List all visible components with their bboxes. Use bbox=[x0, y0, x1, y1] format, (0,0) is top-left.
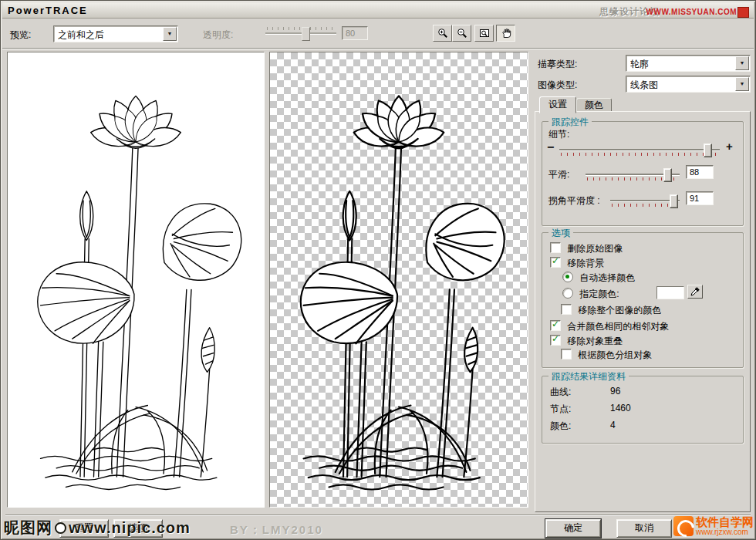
nodes-value: 1460 bbox=[610, 403, 631, 413]
chevron-down-icon[interactable] bbox=[735, 56, 749, 70]
corner-smoothness-value[interactable]: 91 bbox=[686, 191, 714, 205]
preview-original-pane[interactable] bbox=[7, 52, 265, 508]
slider-ticks bbox=[612, 204, 678, 207]
option-remove-background[interactable]: 移除背景 bbox=[550, 257, 604, 269]
zoom-out-button[interactable] bbox=[452, 25, 471, 42]
checkbox-icon[interactable] bbox=[561, 304, 572, 315]
slider-thumb[interactable] bbox=[663, 168, 672, 182]
curves-value: 96 bbox=[610, 386, 620, 397]
option-label: 删除原始图像 bbox=[567, 243, 623, 254]
watermark-rjzxw-name: 软件自学网 bbox=[696, 516, 754, 528]
radio-icon[interactable] bbox=[562, 288, 573, 299]
checkbox-checked-icon[interactable] bbox=[550, 320, 561, 331]
footer-separator bbox=[5, 515, 751, 516]
watermark-nipic-url: www.nipic.com bbox=[69, 519, 191, 536]
tab-settings[interactable]: 设置 bbox=[539, 96, 576, 113]
transparency-slider bbox=[265, 25, 336, 41]
watermark-nipic-name: 昵图网 bbox=[4, 519, 52, 536]
pan-tool-button[interactable] bbox=[496, 25, 515, 42]
watermark-nipic: 昵图网www.nipic.com bbox=[4, 518, 191, 538]
watermark-author: BY：LMY2010 bbox=[230, 523, 323, 538]
colors-value: 4 bbox=[610, 420, 616, 430]
window-title: PowerTRACE bbox=[8, 5, 88, 16]
option-merge-adjacent[interactable]: 合并颜色相同的相邻对象 bbox=[550, 320, 669, 332]
slider-thumb bbox=[302, 27, 310, 41]
missyuan-logo-icon bbox=[737, 7, 749, 18]
option-auto-color[interactable]: 自动选择颜色 bbox=[562, 272, 635, 284]
slider-thumb[interactable] bbox=[670, 194, 678, 208]
detail-plus[interactable]: + bbox=[726, 140, 733, 153]
option-delete-original[interactable]: 删除原始图像 bbox=[550, 242, 623, 255]
tracking-controls-title: 跟踪控件 bbox=[548, 116, 592, 129]
option-label: 指定颜色: bbox=[579, 289, 619, 299]
option-remove-overlap[interactable]: 移除对象重叠 bbox=[550, 335, 623, 347]
chevron-down-icon[interactable] bbox=[163, 27, 177, 41]
option-label: 移除整个图像的颜色 bbox=[578, 305, 661, 316]
eyedropper-button[interactable] bbox=[687, 285, 703, 299]
corner-smoothness-slider[interactable] bbox=[610, 193, 680, 208]
nipic-logo-icon bbox=[55, 522, 66, 534]
toolbar: 预览: 之前和之后 透明度: 80 bbox=[2, 19, 754, 49]
tracking-controls-group: 跟踪控件 细节: − + 平滑: 88 拐角平滑度 : 91 bbox=[542, 121, 744, 226]
hand-icon bbox=[501, 28, 511, 39]
ok-button[interactable]: 确定 bbox=[545, 519, 601, 538]
nodes-label: 节点: bbox=[550, 403, 571, 416]
checkbox-icon[interactable] bbox=[550, 242, 561, 253]
zoom-in-button[interactable] bbox=[433, 25, 452, 42]
trace-type-label: 描摹类型: bbox=[538, 58, 577, 71]
detail-minus[interactable]: − bbox=[547, 140, 554, 154]
rjzxw-logo-icon bbox=[673, 516, 694, 536]
corner-smoothness-label: 拐角平滑度 : bbox=[548, 194, 600, 208]
slider-thumb[interactable] bbox=[704, 143, 712, 157]
powertrace-dialog: PowerTRACE 思缘设计论坛 WWW.MISSYUAN.COM 预览: 之… bbox=[0, 0, 756, 540]
smoothing-slider[interactable] bbox=[586, 167, 680, 182]
detail-slider[interactable] bbox=[559, 142, 720, 157]
zoom-to-fit-button[interactable] bbox=[474, 25, 494, 42]
trace-type-value: 轮廓 bbox=[630, 58, 736, 71]
image-type-value: 线条图 bbox=[630, 79, 736, 92]
smoothing-label: 平滑: bbox=[548, 168, 569, 181]
slider-ticks bbox=[561, 153, 718, 156]
option-group-by-color[interactable]: 根据颜色分组对象 bbox=[561, 349, 652, 361]
colors-label: 颜色: bbox=[550, 420, 571, 433]
option-label: 合并颜色相同的相邻对象 bbox=[567, 321, 669, 332]
preview-traced-pane[interactable] bbox=[269, 52, 528, 508]
checkbox-icon[interactable] bbox=[561, 349, 572, 359]
titlebar: PowerTRACE 思缘设计论坛 WWW.MISSYUAN.COM bbox=[2, 2, 754, 19]
watermark-rjzxw-url: www.rjzxw.com bbox=[696, 528, 754, 536]
smoothing-value[interactable]: 88 bbox=[686, 165, 714, 179]
transparency-value: 80 bbox=[342, 26, 368, 40]
trace-results-group: 跟踪结果详细资料 曲线: 96 节点: 1460 颜色: 4 bbox=[542, 376, 744, 444]
slider-track bbox=[559, 149, 720, 151]
detail-label: 细节: bbox=[548, 128, 569, 141]
eyedropper-icon bbox=[690, 286, 700, 297]
option-specify-color[interactable]: 指定颜色: bbox=[562, 288, 619, 300]
checkbox-checked-icon[interactable] bbox=[550, 335, 561, 346]
option-label: 自动选择颜色 bbox=[579, 272, 635, 283]
image-type-label: 图像类型: bbox=[538, 79, 577, 92]
preview-label: 预览: bbox=[10, 29, 31, 42]
specified-color-swatch[interactable] bbox=[656, 286, 684, 299]
fit-page-icon bbox=[479, 28, 490, 39]
options-group: 选项 删除原始图像 移除背景 自动选择颜色 指定颜色: bbox=[542, 232, 744, 368]
option-remove-entire-color[interactable]: 移除整个图像的颜色 bbox=[561, 304, 661, 316]
preview-mode-dropdown[interactable]: 之前和之后 bbox=[53, 25, 178, 42]
watermark-rjzxw: 软件自学网 www.rjzxw.com bbox=[673, 516, 754, 536]
image-type-dropdown[interactable]: 线条图 bbox=[626, 76, 751, 93]
checkbox-checked-icon[interactable] bbox=[550, 257, 561, 268]
transparency-label: 透明度: bbox=[203, 29, 233, 42]
chevron-down-icon[interactable] bbox=[735, 77, 749, 91]
option-label: 根据颜色分组对象 bbox=[578, 349, 652, 360]
lotus-illustration-traced bbox=[275, 58, 522, 502]
trace-results-title: 跟踪结果详细资料 bbox=[548, 370, 629, 383]
preview-mode-value: 之前和之后 bbox=[58, 29, 164, 42]
radio-selected-icon[interactable] bbox=[562, 272, 573, 282]
options-title: 选项 bbox=[548, 227, 573, 240]
magnifier-minus-icon bbox=[457, 28, 467, 39]
trace-type-dropdown[interactable]: 轮廓 bbox=[626, 55, 751, 72]
option-label: 移除背景 bbox=[567, 258, 604, 268]
cancel-button[interactable]: 取消 bbox=[616, 519, 672, 538]
settings-tab-panel: 跟踪控件 细节: − + 平滑: 88 拐角平滑度 : 91 bbox=[535, 111, 751, 512]
option-label: 移除对象重叠 bbox=[567, 336, 623, 346]
lotus-illustration-original bbox=[12, 58, 259, 502]
